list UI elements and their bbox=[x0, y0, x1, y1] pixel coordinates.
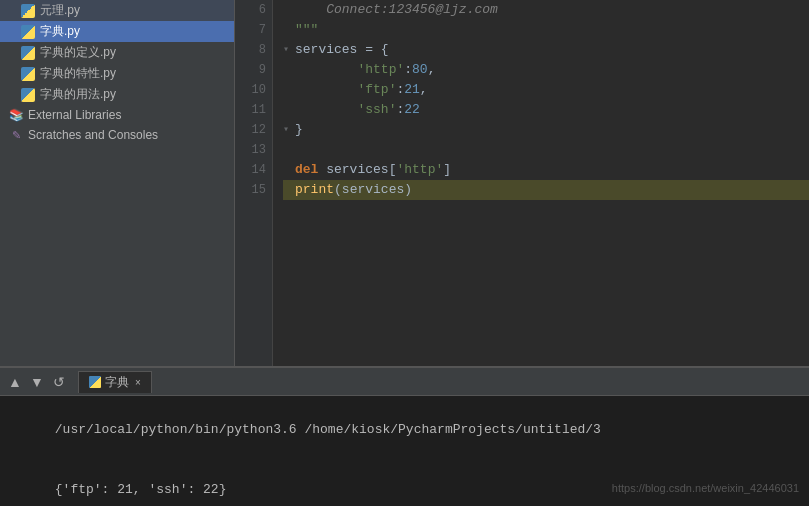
terminal-watermark: https://blog.csdn.net/weixin_42446031 bbox=[612, 478, 799, 498]
fold-btn-8[interactable]: ▾ bbox=[283, 45, 293, 55]
terminal-tab-zidian[interactable]: 字典 × bbox=[78, 371, 152, 393]
sidebar-item-label: 字典的定义.py bbox=[40, 44, 116, 61]
code-line-8: ▾ services = { bbox=[283, 40, 809, 60]
close-tab-icon[interactable]: × bbox=[135, 377, 141, 388]
fold-btn-14 bbox=[283, 165, 293, 175]
code-line-6: Connect:123456@ljz.com bbox=[283, 0, 809, 20]
code-line-11: 'ssh':22 bbox=[283, 100, 809, 120]
fold-btn-11 bbox=[283, 105, 293, 115]
code-line-12: ▾ } bbox=[283, 120, 809, 140]
code-line-15: print(services) bbox=[283, 180, 809, 200]
line-num-15: 15 bbox=[235, 180, 266, 200]
code-line-7: """ bbox=[283, 20, 809, 40]
line-num-6: 6 bbox=[235, 0, 266, 20]
terminal-tab-label: 字典 bbox=[105, 374, 129, 391]
code-container: 6 7 8 9 10 11 12 13 14 15 Connect:123456… bbox=[235, 0, 809, 366]
terminal-command-line: /usr/local/python/bin/python3.6 /home/ki… bbox=[8, 400, 801, 460]
line-num-14: 14 bbox=[235, 160, 266, 180]
terminal-content: /usr/local/python/bin/python3.6 /home/ki… bbox=[0, 396, 809, 506]
code-lines[interactable]: Connect:123456@ljz.com """ ▾ services = … bbox=[273, 0, 809, 366]
fold-btn-9 bbox=[283, 65, 293, 75]
scratch-icon: ✎ bbox=[8, 127, 24, 143]
sidebar-item-yuanli[interactable]: 元理.py bbox=[0, 0, 234, 21]
main-area: 元理.py 字典.py 字典的定义.py 字典的特性.py 字典的用法.py 📚… bbox=[0, 0, 809, 366]
sidebar-item-label: External Libraries bbox=[28, 108, 121, 122]
fold-btn-12[interactable]: ▾ bbox=[283, 125, 293, 135]
code-line-10: 'ftp':21, bbox=[283, 80, 809, 100]
sidebar-item-scratches-consoles[interactable]: ✎ Scratches and Consoles bbox=[0, 125, 234, 145]
sidebar-item-label: 字典的用法.py bbox=[40, 86, 116, 103]
library-icon: 📚 bbox=[8, 107, 24, 123]
sidebar-item-label: 元理.py bbox=[40, 2, 80, 19]
fold-btn-15 bbox=[283, 185, 293, 195]
sidebar-item-label: 字典的特性.py bbox=[40, 65, 116, 82]
scroll-down-button[interactable]: ▼ bbox=[26, 371, 48, 393]
line-numbers: 6 7 8 9 10 11 12 13 14 15 bbox=[235, 0, 273, 366]
line-num-8: 8 bbox=[235, 40, 266, 60]
line-num-12: 12 bbox=[235, 120, 266, 140]
terminal-tab-buttons: ▲ ▼ ↺ bbox=[4, 371, 70, 393]
py-file-icon bbox=[20, 24, 36, 40]
line-num-9: 9 bbox=[235, 60, 266, 80]
fold-btn-10 bbox=[283, 85, 293, 95]
scroll-up-button[interactable]: ▲ bbox=[4, 371, 26, 393]
line-num-11: 11 bbox=[235, 100, 266, 120]
line-num-7: 7 bbox=[235, 20, 266, 40]
py-file-icon bbox=[20, 3, 36, 19]
line-num-13: 13 bbox=[235, 140, 266, 160]
sidebar-item-zidian[interactable]: 字典.py bbox=[0, 21, 234, 42]
fold-btn-7 bbox=[283, 25, 293, 35]
sidebar-item-label: Scratches and Consoles bbox=[28, 128, 158, 142]
sidebar-item-external-libraries[interactable]: 📚 External Libraries bbox=[0, 105, 234, 125]
py-icon-small bbox=[89, 376, 101, 388]
rerun-button[interactable]: ↺ bbox=[48, 371, 70, 393]
line-num-10: 10 bbox=[235, 80, 266, 100]
py-file-icon bbox=[20, 66, 36, 82]
editor-area: 6 7 8 9 10 11 12 13 14 15 Connect:123456… bbox=[235, 0, 809, 366]
sidebar-item-zidian-texing[interactable]: 字典的特性.py bbox=[0, 63, 234, 84]
sidebar-item-zidian-dingyi[interactable]: 字典的定义.py bbox=[0, 42, 234, 63]
code-line-14: del services['http'] bbox=[283, 160, 809, 180]
py-file-icon bbox=[20, 45, 36, 61]
terminal-tabs: ▲ ▼ ↺ 字典 × bbox=[0, 368, 809, 396]
py-file-icon bbox=[20, 87, 36, 103]
fold-btn-6 bbox=[283, 5, 293, 15]
code-line-9: 'http':80, bbox=[283, 60, 809, 80]
sidebar-item-label: 字典.py bbox=[40, 23, 80, 40]
code-line-13 bbox=[283, 140, 809, 160]
terminal-area: ▲ ▼ ↺ 字典 × /usr/local/python/bin/python3… bbox=[0, 366, 809, 506]
sidebar-item-zidian-yongfa[interactable]: 字典的用法.py bbox=[0, 84, 234, 105]
sidebar: 元理.py 字典.py 字典的定义.py 字典的特性.py 字典的用法.py 📚… bbox=[0, 0, 235, 366]
